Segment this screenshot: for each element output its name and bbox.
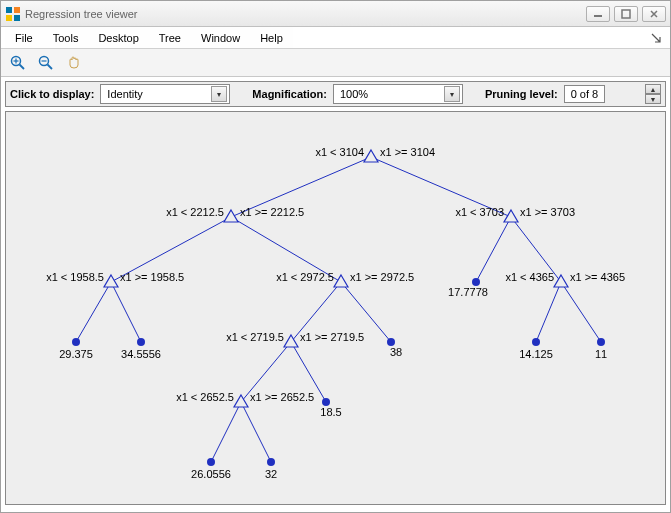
dock-corner-icon[interactable] [646, 27, 666, 48]
split-label: x1 < 4365 [505, 271, 554, 283]
svg-point-36 [207, 458, 215, 466]
split-label: x1 < 2719.5 [226, 331, 284, 343]
split-label: x1 < 2972.5 [276, 271, 334, 283]
chevron-down-icon: ▾ [444, 86, 460, 102]
split-label: x1 >= 3703 [520, 206, 575, 218]
toolbar [1, 49, 670, 77]
svg-point-37 [267, 458, 275, 466]
svg-rect-5 [622, 10, 630, 18]
leaf-label: 17.7778 [448, 286, 488, 298]
minimize-button[interactable] [586, 6, 610, 22]
split-label: x1 >= 2719.5 [300, 331, 364, 343]
split-label: x1 < 3104 [315, 146, 364, 158]
svg-point-31 [387, 338, 395, 346]
magnification-dropdown[interactable]: 100% ▾ [333, 84, 463, 104]
svg-point-33 [532, 338, 540, 346]
magnification-label: Magnification: [252, 88, 327, 100]
window-title: Regression tree viewer [25, 8, 586, 20]
leaf-label: 14.125 [519, 348, 553, 360]
split-label: x1 >= 2652.5 [250, 391, 314, 403]
pruning-spinner: ▲ ▼ [645, 84, 661, 104]
svg-line-24 [561, 282, 601, 342]
split-label: x1 >= 4365 [570, 271, 625, 283]
zoom-in-icon[interactable] [7, 52, 29, 74]
pruning-value-box: 0 of 8 [564, 85, 606, 103]
magnification-value: 100% [340, 88, 368, 100]
svg-rect-1 [14, 7, 20, 13]
split-label: x1 < 1958.5 [46, 271, 104, 283]
titlebar: Regression tree viewer [1, 1, 670, 27]
regression-tree-svg: x1 < 3104 x1 >= 3104 x1 < 2212.5 x1 >= 2… [6, 112, 661, 502]
menu-window[interactable]: Window [191, 27, 250, 48]
leaf-label: 32 [265, 468, 277, 480]
svg-line-20 [111, 282, 141, 342]
tree-canvas[interactable]: x1 < 3104 x1 >= 3104 x1 < 2212.5 x1 >= 2… [5, 111, 666, 505]
svg-line-19 [76, 282, 111, 342]
svg-rect-3 [14, 15, 20, 21]
pruning-value: 0 of 8 [571, 88, 599, 100]
menu-desktop[interactable]: Desktop [88, 27, 148, 48]
menu-tools[interactable]: Tools [43, 27, 89, 48]
split-label: x1 >= 2972.5 [350, 271, 414, 283]
zoom-out-icon[interactable] [35, 52, 57, 74]
maximize-button[interactable] [614, 6, 638, 22]
svg-point-35 [322, 398, 330, 406]
pruning-down-button[interactable]: ▼ [645, 94, 661, 104]
leaf-label: 11 [595, 348, 607, 360]
svg-line-7 [20, 64, 25, 69]
pruning-up-button[interactable]: ▲ [645, 84, 661, 94]
leaf-label: 34.5556 [121, 348, 161, 360]
close-button[interactable] [642, 6, 666, 22]
leaf-label: 29.375 [59, 348, 93, 360]
split-label: x1 >= 3104 [380, 146, 435, 158]
split-label: x1 >= 1958.5 [120, 271, 184, 283]
pruning-label: Pruning level: [485, 88, 558, 100]
menu-file[interactable]: File [5, 27, 43, 48]
pan-hand-icon[interactable] [63, 52, 85, 74]
app-icon [5, 6, 21, 22]
controls-bar: Click to display: Identity ▾ Magnificati… [5, 81, 666, 107]
leaf-label: 18.5 [320, 406, 341, 418]
window-controls [586, 6, 666, 22]
svg-point-30 [137, 338, 145, 346]
svg-rect-0 [6, 7, 12, 13]
menu-help[interactable]: Help [250, 27, 293, 48]
split-label: x1 < 2652.5 [176, 391, 234, 403]
split-label: x1 >= 2212.5 [240, 206, 304, 218]
click-display-label: Click to display: [10, 88, 94, 100]
svg-point-34 [597, 338, 605, 346]
chevron-down-icon: ▾ [211, 86, 227, 102]
split-label: x1 < 3703 [455, 206, 504, 218]
svg-rect-4 [594, 15, 602, 17]
svg-point-32 [472, 278, 480, 286]
leaf-label: 26.0556 [191, 468, 231, 480]
svg-rect-2 [6, 15, 12, 21]
svg-point-29 [72, 338, 80, 346]
svg-line-28 [241, 402, 271, 462]
click-display-value: Identity [107, 88, 142, 100]
menubar: File Tools Desktop Tree Window Help [1, 27, 670, 49]
click-display-dropdown[interactable]: Identity ▾ [100, 84, 230, 104]
svg-line-23 [536, 282, 561, 342]
leaf-label: 38 [390, 346, 402, 358]
split-label: x1 < 2212.5 [166, 206, 224, 218]
svg-line-27 [211, 402, 241, 462]
svg-line-11 [48, 64, 53, 69]
menu-tree[interactable]: Tree [149, 27, 191, 48]
